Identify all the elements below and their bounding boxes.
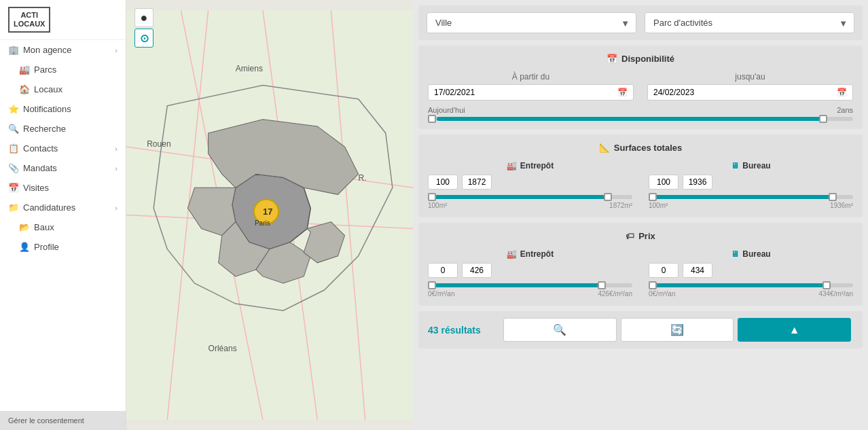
disponibilite-card: 📅 Disponibilité À partir du 📅 jusqu'au 📅 <box>418 46 863 129</box>
dispo-range-bar[interactable] <box>428 117 853 121</box>
bureau-prix-max-input[interactable] <box>683 263 712 278</box>
from-col: À partir du 📅 <box>428 72 634 101</box>
building-icon: 🏢 <box>8 45 19 55</box>
sidebar-item-baux[interactable]: 📂 Baux <box>0 217 126 237</box>
surfaces-title: 📐 Surfaces totales <box>428 143 853 153</box>
search-icon: 🔍 <box>8 124 19 134</box>
bureau-surface-track[interactable] <box>649 195 853 199</box>
sidebar-item-parcs[interactable]: 🏭 Parcs <box>0 60 126 79</box>
entrepot-surface-rail <box>428 195 632 199</box>
results-bar: 43 résultats 🔍 🔄 ▲ <box>418 311 863 348</box>
bureau-surface-label: 🖥 Bureau <box>649 161 853 171</box>
dispo-range-labels: Aujourd'hui 2ans <box>428 106 853 114</box>
refresh-icon: 🔄 <box>670 323 684 336</box>
to-date-input[interactable]: 📅 <box>647 84 853 101</box>
entrepot-surface-min-input[interactable] <box>428 175 458 190</box>
bureau-prix-min-input[interactable] <box>649 263 679 278</box>
calendar-picker-icon[interactable]: 📅 <box>617 88 628 97</box>
contacts-icon: 📋 <box>8 143 19 154</box>
results-count: 43 résultats <box>428 325 496 336</box>
search-results-button[interactable]: 🔍 <box>503 318 617 342</box>
parc-select[interactable]: Parc d'activités Zone industrielle Zone … <box>645 12 854 33</box>
logo-area: ACTI LOCAUX <box>0 0 126 40</box>
nav-label: Contacts <box>23 143 58 154</box>
baux-icon: 📂 <box>19 222 30 232</box>
to-date-field[interactable] <box>653 88 837 97</box>
logo: ACTI LOCAUX <box>8 7 50 33</box>
calendar-picker-icon[interactable]: 📅 <box>837 88 847 97</box>
bureau-surface-right-thumb[interactable] <box>829 193 837 201</box>
entrepot-surface-right-thumb[interactable] <box>604 193 612 201</box>
visites-icon: 📅 <box>8 183 19 193</box>
bureau-surface-max-input[interactable] <box>683 175 712 190</box>
bureau-prix-right-thumb[interactable] <box>822 281 831 289</box>
price-tag-icon: 🏷 <box>626 231 634 241</box>
bureau-prix-track[interactable] <box>649 283 853 287</box>
sidebar-item-recherche[interactable]: 🔍 Recherche <box>0 119 126 139</box>
entrepot-prix-max-input[interactable] <box>462 263 492 278</box>
entrepot-surface-values <box>428 175 632 190</box>
refresh-results-button[interactable]: 🔄 <box>621 318 734 342</box>
bureau-prix-values <box>649 263 853 278</box>
logo-line2: LOCAUX <box>14 20 45 29</box>
chevron-right-icon: › <box>115 46 117 54</box>
chevron-right-icon: › <box>115 204 117 212</box>
prix-card: 🏷 Prix 🏭 Entrepôt <box>418 223 863 306</box>
bureau-prix-left-thumb[interactable] <box>649 281 657 289</box>
locate-button[interactable]: ⊙ <box>134 29 153 48</box>
from-date-input[interactable]: 📅 <box>428 84 634 101</box>
sidebar-item-locaux[interactable]: 🏠 Locaux <box>0 79 126 99</box>
prix-sliders: 🏭 Entrepôt 0€/m²/an 426€/m²/an <box>428 249 853 298</box>
entrepot-prix-min-label: 0€/m²/an <box>428 290 454 298</box>
entrepot-surface-max-label: 1872m² <box>609 202 632 209</box>
ville-select[interactable]: Ville Paris Lyon Marseille <box>427 12 636 33</box>
bureau-surface-max-label: 1936m² <box>830 202 853 209</box>
parcs-icon: 🏭 <box>19 65 30 75</box>
zoom-in-button[interactable]: ● <box>134 8 153 27</box>
calendar-icon: 📅 <box>607 54 617 64</box>
from-date-field[interactable] <box>434 88 617 97</box>
entrepot-surface-group: 🏭 Entrepôt 100m² 1872m² <box>428 161 632 209</box>
entrepot-surface-track[interactable] <box>428 195 632 199</box>
collapse-icon: ▲ <box>789 324 800 336</box>
bureau-surface-left-thumb[interactable] <box>649 193 657 201</box>
bureau-prix-fill <box>649 283 827 287</box>
parc-select-wrapper: Parc d'activités Zone industrielle Zone … <box>645 12 854 33</box>
dispo-right-handle[interactable] <box>819 115 827 123</box>
sidebar-item-mandats[interactable]: 📎 Mandats › <box>0 158 126 178</box>
entrepot-prix-track[interactable] <box>428 283 632 287</box>
sidebar-item-profile[interactable]: 👤 Profile <box>0 237 126 257</box>
bureau-surface-group: 🖥 Bureau 100m² 1936m² <box>649 161 853 209</box>
svg-text:R.: R. <box>359 173 367 183</box>
map-controls: ● ⊙ <box>134 8 153 48</box>
entrepot-surface-min-max: 100m² 1872m² <box>428 202 632 209</box>
to-label: jusqu'au <box>647 72 853 82</box>
sidebar-item-mon-agence[interactable]: 🏢 Mon agence › <box>0 40 126 60</box>
entrepot-surface-max-input[interactable] <box>462 175 492 190</box>
disponibilite-label: Disponibilité <box>621 54 674 64</box>
entrepot-prix-rail <box>428 283 632 287</box>
consent-button[interactable]: Gérer le consentement <box>0 411 126 430</box>
bureau-surface-min-input[interactable] <box>649 175 679 190</box>
disponibilite-title: 📅 Disponibilité <box>428 54 853 64</box>
prix-title: 🏷 Prix <box>428 231 853 241</box>
sidebar-item-visites[interactable]: 📅 Visites <box>0 178 126 198</box>
entrepot-prix-min-input[interactable] <box>428 263 458 278</box>
sidebar-item-candidatures[interactable]: 📁 Candidatures › <box>0 198 126 217</box>
collapse-results-button[interactable]: ▲ <box>738 318 851 342</box>
bureau-prix-min-max: 0€/m²/an 434€/m²/an <box>649 290 853 298</box>
sidebar-item-contacts[interactable]: 📋 Contacts › <box>0 139 126 158</box>
dispo-grid: À partir du 📅 jusqu'au 📅 <box>428 72 853 101</box>
prix-label: Prix <box>638 231 655 241</box>
filter-panel: Ville Paris Lyon Marseille ▼ Parc d'acti… <box>413 0 868 430</box>
bureau-surface-fill <box>649 195 833 199</box>
bureau-surface-min-label: 100m² <box>649 202 668 209</box>
dispo-left-handle[interactable] <box>428 115 436 123</box>
entrepot-prix-min-max: 0€/m²/an 426€/m²/an <box>428 290 632 298</box>
entrepot-prix-label: 🏭 Entrepôt <box>428 249 632 259</box>
entrepot-prix-left-thumb[interactable] <box>428 281 436 289</box>
nav-label: Baux <box>34 222 54 232</box>
sidebar-item-notifications[interactable]: ⭐ Notifications <box>0 99 126 119</box>
entrepot-prix-right-thumb[interactable] <box>598 281 606 289</box>
entrepot-surface-left-thumb[interactable] <box>428 193 436 201</box>
